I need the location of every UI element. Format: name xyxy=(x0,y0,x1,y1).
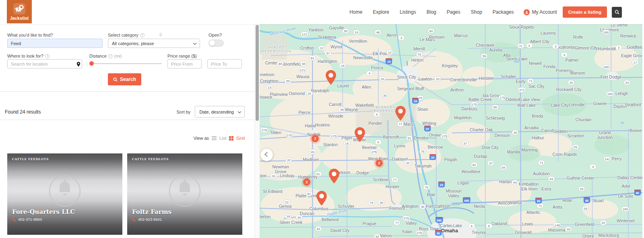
map-cluster-marker[interactable]: 2 xyxy=(312,135,319,142)
main-nav: HomeExploreListingsBlogPagesShopPackages… xyxy=(349,0,622,24)
route-shield: 9 xyxy=(375,140,382,145)
route-shield: 275 xyxy=(370,149,378,155)
user-icon xyxy=(524,9,530,15)
location-input[interactable] xyxy=(7,59,82,68)
distance-value: 0 xyxy=(153,33,162,37)
price-from-input[interactable] xyxy=(167,59,202,68)
route-shield: 9 xyxy=(374,112,380,117)
slider-handle[interactable] xyxy=(89,61,94,66)
chevron-left-icon xyxy=(264,152,270,157)
sort-row: Sort by Date, descending xyxy=(177,106,245,118)
top-navbar: Jackslist HomeExploreListingsBlogPagesSh… xyxy=(0,0,644,24)
map-pin[interactable] xyxy=(328,169,340,184)
list-view-button[interactable]: List xyxy=(219,136,226,141)
route-shield: 81 xyxy=(315,226,322,232)
route-shield: 3 xyxy=(398,35,405,40)
route-shield: 71 xyxy=(537,203,544,208)
listing-title: Fore-Quarters LLC xyxy=(12,208,75,215)
grid-view-icon[interactable] xyxy=(229,136,233,141)
route-shield: 4 xyxy=(561,52,568,57)
route-shield: 32 xyxy=(405,160,411,166)
map-cluster-marker[interactable]: 2 xyxy=(303,178,310,186)
find-input[interactable] xyxy=(7,39,103,48)
route-shield: 175 xyxy=(498,95,506,100)
map-pin[interactable] xyxy=(325,70,336,85)
route-shield: 59 xyxy=(500,165,507,170)
distance-slider[interactable] xyxy=(89,63,162,64)
distance-label: Distance ? (mi) xyxy=(89,54,122,58)
route-shield: 51 xyxy=(406,136,413,141)
grid-view-button[interactable]: Grid xyxy=(236,136,245,141)
route-shield: 81 xyxy=(305,191,312,197)
panel-scrollbar[interactable] xyxy=(254,24,260,238)
route-shield: 77 xyxy=(394,220,400,225)
route-shield: 30 xyxy=(419,204,426,209)
route-shield: 17 xyxy=(632,60,638,65)
logo[interactable]: Jackslist xyxy=(7,0,32,23)
route-shield: 20 xyxy=(379,76,386,81)
nav-link[interactable]: Blog xyxy=(427,9,436,15)
route-shield: 680 xyxy=(436,217,443,223)
nav-link[interactable]: Explore xyxy=(373,9,389,15)
route-shield: 71 xyxy=(527,79,534,84)
list-view-icon[interactable] xyxy=(212,136,217,140)
route-shield: 29 xyxy=(429,154,436,160)
toggle-knob xyxy=(209,40,215,46)
listing-category-badge: CATTLE FEEDLOTS xyxy=(132,157,169,161)
map-pin[interactable] xyxy=(316,190,327,206)
my-account-link[interactable]: My Account xyxy=(524,9,557,15)
route-shield: 84 xyxy=(277,61,284,66)
route-shield: 59 xyxy=(481,54,488,59)
scrollbar-thumb[interactable] xyxy=(256,25,259,121)
map-pin[interactable] xyxy=(354,127,365,143)
route-shield: 15 xyxy=(339,63,346,68)
route-shield: 29 xyxy=(438,182,445,188)
nav-link[interactable]: Listings xyxy=(400,9,416,15)
route-shield: 80 xyxy=(435,230,442,236)
route-shield: 275 xyxy=(415,230,423,236)
nav-link[interactable]: Home xyxy=(349,9,362,15)
sort-select[interactable]: Date, descending xyxy=(195,106,245,118)
map-canvas[interactable]: Missouri RiverPlatte RiverSANTEE RESERVA… xyxy=(260,24,642,238)
route-shield: 141 xyxy=(603,157,611,162)
listing-card[interactable]: CATTLE FEEDLOTS Fore-Quarters LLC 402-37… xyxy=(7,153,122,235)
route-shield: 79 xyxy=(368,200,375,205)
route-shield: 29 xyxy=(412,98,419,104)
route-shield: 60 xyxy=(428,28,435,33)
search-button[interactable]: Search xyxy=(108,73,141,85)
route-shield: 30 xyxy=(512,130,519,135)
route-shield: 30 xyxy=(471,162,477,167)
header-search-button[interactable] xyxy=(612,7,622,18)
route-shield: 84 xyxy=(300,61,307,66)
route-shield: 4 xyxy=(590,164,597,170)
route-shield: 81 xyxy=(310,149,316,155)
listing-card[interactable]: CATTLE FEEDLOTS Foltz Farms 402-923-5641 xyxy=(127,153,242,235)
create-listing-button[interactable]: Create a listing xyxy=(563,6,607,18)
route-shield: 92 xyxy=(565,227,572,232)
route-shield: 81 xyxy=(309,55,316,60)
page-scrollbar-gutter[interactable] xyxy=(642,24,644,238)
route-shield: 80 xyxy=(634,189,641,195)
route-shield: 3 xyxy=(615,45,622,50)
nav-link[interactable]: Shop xyxy=(471,9,482,15)
route-shield: 20 xyxy=(568,80,575,85)
phone-icon xyxy=(132,217,136,221)
price-to-input[interactable] xyxy=(207,59,242,68)
collapse-panel-button[interactable] xyxy=(260,149,273,161)
nav-link[interactable]: Packages xyxy=(493,9,514,15)
route-shield: 50 xyxy=(342,28,349,33)
nav-link[interactable]: Pages xyxy=(447,9,460,15)
route-shield: 77 xyxy=(391,177,398,182)
listing-title: Foltz Farms xyxy=(132,208,171,215)
route-shield: 471 xyxy=(518,87,526,93)
listing-phone[interactable]: 402-371-8860 xyxy=(12,217,42,221)
open-toggle[interactable] xyxy=(208,39,224,47)
route-shield: 44 xyxy=(548,176,555,181)
category-select[interactable]: All categories, please xyxy=(108,39,200,48)
slider-track[interactable] xyxy=(89,63,162,64)
map-pin[interactable] xyxy=(395,106,406,121)
route-shield: 12 xyxy=(386,50,393,55)
listing-phone[interactable]: 402-923-5641 xyxy=(132,217,162,221)
map-cluster-marker[interactable]: 2 xyxy=(376,159,383,167)
route-shield: 169 xyxy=(606,91,613,97)
